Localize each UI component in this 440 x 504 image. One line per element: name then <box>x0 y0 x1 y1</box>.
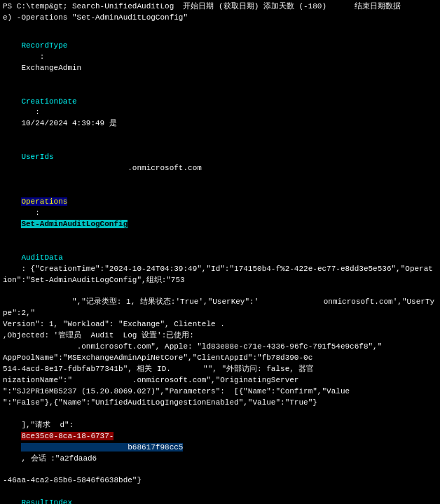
record1-auditcont10: ],"请求 d": 8ce35c0-8ca-18-6737- b68617f98… <box>3 409 437 476</box>
record1-auditcont5: AppPoolName":"MSExchangeAdminApiNetCore"… <box>3 353 437 364</box>
record1-recordtype: RecordType : ExchangeAdmin <box>3 29 437 85</box>
record1-auditcont7: nizationName":" .onmicrosoft.com","Origi… <box>3 375 437 386</box>
terminal-window: PS C:\temp&gt; Search-UnifiedAuditLog 开始… <box>0 0 440 504</box>
record1-auditcont9: ":"False"},{"Name":"UnifiedAuditLogInges… <box>3 398 437 409</box>
record1-auditcont4: .onmicrosoft.com", Apple: "ld83e88e-c71e… <box>3 342 437 353</box>
record1-resultindex: ResultIndex : 13 <box>3 486 437 504</box>
record1-operations: Operations : Set-AdminAuditLogConfig <box>3 186 437 241</box>
record1-auditcont6: 514-4acd-8e17-fdbfab77341b", 相关 ID. "", … <box>3 364 437 375</box>
record1-auditcont2: Version": 1, "Workload": "Exchange", Cli… <box>3 319 437 330</box>
record1-auditcont1: ","记录类型: 1, 结果状态:'True',"UserKey":' onmi… <box>3 297 437 319</box>
record1-auditcont8: ":"SJ2PR16MB5237 (15.20.8069.027)","Para… <box>3 386 437 398</box>
record1-creationdate: CreationDate : 10/24/2024 4:39:49 是 <box>3 85 437 141</box>
title-line: PS C:\temp&gt; Search-UnifiedAuditLog 开始… <box>3 1 437 13</box>
record1-auditcont11: -46aa-4ca2-85b6-5846f6638bde"} <box>3 475 437 486</box>
subtitle-line: e) -Operations "Set-AdminAuditLogConfig" <box>3 13 437 24</box>
record1-auditdata1: AuditData : {"CreationTime":"2024-10-24T… <box>3 241 437 298</box>
record1-auditcont3: ,Objected: '管理员 Audit Log 设置':已使用: <box>3 330 437 342</box>
record1-userids: UserIds .onmicrosoft.com <box>3 141 437 186</box>
